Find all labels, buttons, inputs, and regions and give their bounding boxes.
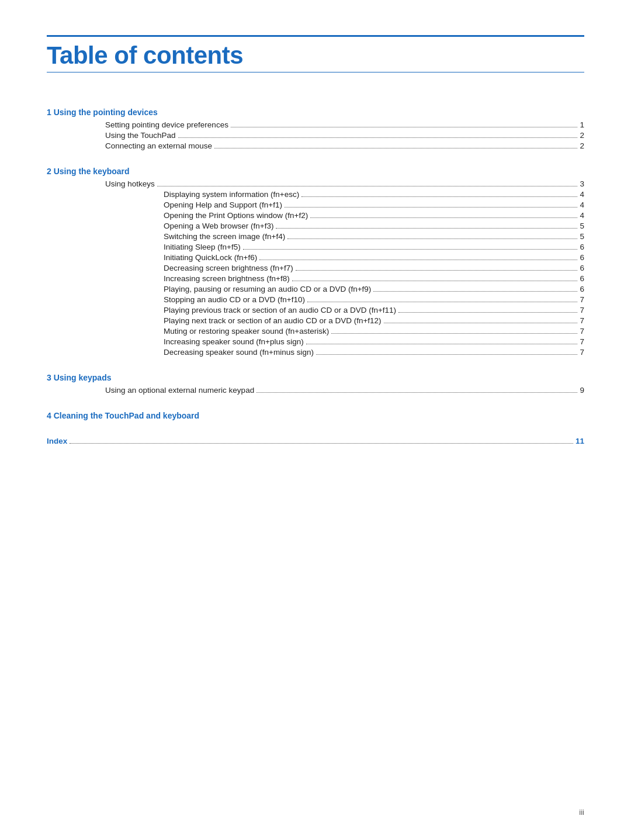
section-heading-4: 4 Cleaning the TouchPad and keyboard	[47, 411, 584, 420]
entry-page: 1	[580, 120, 584, 129]
toc-entry: Playing next track or section of an audi…	[47, 316, 584, 325]
index-dots	[70, 443, 573, 444]
page-title: Table of contents	[47, 42, 584, 70]
toc-entry: Displaying system information (fn+esc)4	[47, 190, 584, 199]
entry-dots	[307, 302, 577, 302]
entry-page: 5	[580, 222, 584, 230]
entry-page: 9	[580, 386, 584, 395]
entry-text: Using the TouchPad	[105, 131, 176, 140]
toc-entry: Opening a Web browser (fn+f3)5	[47, 222, 584, 230]
entry-page: 7	[580, 348, 584, 357]
entry-text: Increasing speaker sound (fn+plus sign)	[164, 337, 304, 346]
entry-page: 6	[580, 285, 584, 293]
toc-section-2: 2 Using the keyboardUsing hotkeys3Displa…	[47, 167, 584, 357]
entry-text: Initiating Sleep (fn+f5)	[164, 243, 241, 251]
toc-entry: Decreasing screen brightness (fn+f7)6	[47, 264, 584, 272]
entry-page: 2	[580, 131, 584, 140]
toc-entry: Initiating QuickLock (fn+f6)6	[47, 253, 584, 262]
toc-entry: Playing previous track or section of an …	[47, 306, 584, 314]
entry-text: Decreasing speaker sound (fn+minus sign)	[164, 348, 314, 357]
entry-dots	[157, 186, 578, 186]
entry-text: Setting pointing device preferences	[105, 120, 228, 129]
page-footer: iii	[579, 808, 584, 817]
entry-dots	[243, 249, 578, 250]
toc-section-3: 3 Using keypadsUsing an optional externa…	[47, 373, 584, 395]
entry-text: Connecting an external mouse	[105, 141, 212, 150]
toc-entry: Switching the screen image (fn+f4)5	[47, 232, 584, 241]
toc-entry: Connecting an external mouse2	[47, 141, 584, 150]
entry-dots	[301, 196, 577, 197]
toc-entry: Setting pointing device preferences1	[47, 120, 584, 129]
entry-text: Decreasing screen brightness (fn+f7)	[164, 264, 293, 272]
toc-entry: Initiating Sleep (fn+f5)6	[47, 243, 584, 251]
entry-page: 6	[580, 243, 584, 251]
entry-page: 4	[580, 190, 584, 199]
index-page: 11	[575, 437, 584, 445]
entry-page: 4	[580, 211, 584, 220]
toc-entry: Stopping an audio CD or a DVD (fn+f10)7	[47, 295, 584, 304]
bottom-rule	[47, 72, 584, 72]
entry-dots	[310, 217, 577, 218]
index-entry: Index11	[47, 437, 584, 445]
entry-page: 5	[580, 232, 584, 241]
toc-entry: Increasing speaker sound (fn+plus sign)7	[47, 337, 584, 346]
entry-dots	[285, 207, 577, 208]
entry-dots	[178, 137, 578, 138]
entry-dots	[292, 281, 578, 281]
entry-dots	[231, 127, 578, 127]
section-heading-2: 2 Using the keyboard	[47, 167, 584, 176]
entry-page: 6	[580, 274, 584, 283]
entry-dots	[256, 392, 577, 393]
entry-dots	[398, 312, 577, 313]
entry-text: Using hotkeys	[105, 179, 155, 188]
entry-text: Using an optional external numeric keypa…	[105, 386, 254, 395]
entry-page: 7	[580, 306, 584, 314]
entry-page: 6	[580, 253, 584, 262]
entry-text: Opening Help and Support (fn+f1)	[164, 201, 282, 209]
entry-dots	[331, 333, 577, 334]
entry-dots	[316, 354, 577, 355]
toc-section-4: 4 Cleaning the TouchPad and keyboard	[47, 411, 584, 420]
entry-text: Initiating QuickLock (fn+f6)	[164, 253, 257, 262]
toc-entry: Opening the Print Options window (fn+f2)…	[47, 211, 584, 220]
entry-dots	[296, 270, 578, 271]
entry-dots	[214, 148, 577, 148]
entry-dots	[259, 260, 577, 260]
entry-text: Increasing screen brightness (fn+f8)	[164, 274, 290, 283]
entry-text: Stopping an audio CD or a DVD (fn+f10)	[164, 295, 305, 304]
entry-text: Displaying system information (fn+esc)	[164, 190, 299, 199]
index-section: Index11	[47, 437, 584, 445]
entry-page: 3	[580, 179, 584, 188]
toc-entry: Using hotkeys3	[47, 179, 584, 188]
entry-text: Opening the Print Options window (fn+f2)	[164, 211, 308, 220]
toc-entry: Muting or restoring speaker sound (fn+as…	[47, 327, 584, 336]
toc-entry: Playing, pausing or resuming an audio CD…	[47, 285, 584, 293]
toc-container: 1 Using the pointing devicesSetting poin…	[47, 108, 584, 420]
section-heading-1: 1 Using the pointing devices	[47, 108, 584, 117]
toc-section-1: 1 Using the pointing devicesSetting poin…	[47, 108, 584, 150]
top-rule	[47, 35, 584, 37]
entry-page: 4	[580, 201, 584, 209]
entry-page: 6	[580, 264, 584, 272]
entry-dots	[276, 228, 577, 229]
entry-dots	[384, 323, 578, 323]
entry-text: Playing next track or section of an audi…	[164, 316, 382, 325]
entry-page: 7	[580, 295, 584, 304]
entry-text: Playing previous track or section of an …	[164, 306, 396, 314]
toc-entry: Increasing screen brightness (fn+f8)6	[47, 274, 584, 283]
entry-page: 7	[580, 337, 584, 346]
entry-page: 7	[580, 327, 584, 336]
entry-text: Playing, pausing or resuming an audio CD…	[164, 285, 371, 293]
section-heading-3: 3 Using keypads	[47, 373, 584, 382]
entry-dots	[306, 344, 578, 344]
entry-page: 7	[580, 316, 584, 325]
entry-text: Switching the screen image (fn+f4)	[164, 232, 285, 241]
entry-text: Muting or restoring speaker sound (fn+as…	[164, 327, 329, 336]
toc-entry: Using the TouchPad2	[47, 131, 584, 140]
index-label: Index	[47, 437, 67, 445]
entry-page: 2	[580, 141, 584, 150]
toc-entry: Opening Help and Support (fn+f1)4	[47, 201, 584, 209]
entry-dots	[287, 238, 577, 239]
toc-entry: Using an optional external numeric keypa…	[47, 386, 584, 395]
toc-entry: Decreasing speaker sound (fn+minus sign)…	[47, 348, 584, 357]
